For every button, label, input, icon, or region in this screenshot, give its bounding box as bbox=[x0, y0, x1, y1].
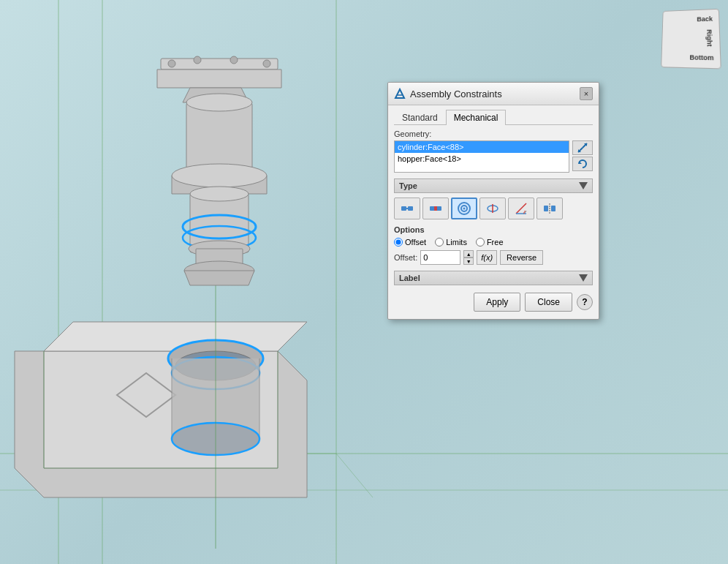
svg-line-51 bbox=[516, 203, 526, 214]
geometry-area: cylinder:Face<88> hopper:Face<18> bbox=[394, 140, 593, 173]
svg-rect-55 bbox=[544, 206, 548, 211]
tab-standard[interactable]: Standard bbox=[394, 110, 446, 125]
offset-up-button[interactable]: ▲ bbox=[463, 250, 474, 257]
svg-point-21 bbox=[194, 56, 201, 64]
svg-rect-18 bbox=[161, 59, 278, 69]
dialog-tabs: Standard Mechanical bbox=[394, 110, 593, 125]
svg-point-20 bbox=[263, 60, 270, 67]
assembly-constraints-dialog: Assembly Constraints × Standard Mechanic… bbox=[387, 82, 599, 320]
radio-free[interactable]: Free bbox=[476, 238, 504, 247]
svg-marker-37 bbox=[579, 182, 588, 189]
type-angle-button[interactable] bbox=[508, 198, 534, 219]
dialog-title: Assembly Constraints bbox=[410, 89, 502, 99]
undo-icon bbox=[577, 158, 588, 170]
insert-icon bbox=[485, 200, 501, 217]
offset-spinner: ▲ ▼ bbox=[463, 250, 474, 265]
flush-icon bbox=[428, 200, 444, 217]
type-buttons bbox=[394, 198, 593, 219]
symmetry-icon bbox=[542, 200, 558, 217]
action-buttons: Apply Close ? bbox=[394, 293, 593, 312]
angle-icon bbox=[513, 200, 529, 217]
svg-point-22 bbox=[230, 56, 238, 64]
3d-model bbox=[0, 0, 380, 564]
tab-mechanical[interactable]: Mechanical bbox=[446, 110, 507, 125]
select-icon bbox=[577, 142, 588, 154]
3d-viewport bbox=[0, 0, 728, 564]
type-mate-button[interactable] bbox=[394, 198, 420, 219]
geometry-label: Geometry: bbox=[394, 129, 593, 138]
help-button[interactable]: ? bbox=[577, 294, 593, 310]
apply-button[interactable]: Apply bbox=[474, 293, 520, 312]
label-collapse-icon bbox=[579, 274, 588, 282]
geometry-undo-button[interactable] bbox=[572, 157, 593, 171]
type-insert-button[interactable] bbox=[479, 198, 506, 219]
label-header[interactable]: Label bbox=[394, 271, 593, 285]
radio-offset[interactable]: Offset bbox=[394, 238, 426, 247]
radio-limits[interactable]: Limits bbox=[435, 238, 467, 247]
dialog-titlebar: Assembly Constraints × bbox=[388, 83, 599, 105]
reverse-button[interactable]: Reverse bbox=[500, 250, 543, 265]
svg-point-47 bbox=[463, 208, 466, 210]
type-flush-button[interactable] bbox=[422, 198, 449, 219]
type-axial-button[interactable] bbox=[451, 198, 477, 219]
nav-cube-right[interactable]: Right bbox=[705, 29, 713, 47]
geometry-item-0[interactable]: cylinder:Face<88> bbox=[395, 141, 569, 153]
svg-rect-56 bbox=[551, 206, 556, 211]
app-icon bbox=[394, 88, 406, 99]
svg-rect-38 bbox=[401, 206, 406, 211]
svg-marker-33 bbox=[395, 89, 404, 98]
type-symmetry-button[interactable] bbox=[536, 198, 563, 219]
svg-marker-58 bbox=[579, 274, 588, 282]
radio-row: Offset Limits Free bbox=[394, 238, 593, 247]
svg-point-27 bbox=[190, 187, 249, 201]
offset-row: Offset: ▲ ▼ f(x) Reverse bbox=[394, 250, 593, 265]
svg-rect-41 bbox=[430, 206, 435, 211]
type-header[interactable]: Type bbox=[394, 178, 593, 193]
offset-down-button[interactable]: ▼ bbox=[463, 257, 474, 265]
dialog-close-button[interactable]: × bbox=[580, 87, 593, 100]
options-header: Options bbox=[394, 225, 593, 234]
mate-icon bbox=[399, 200, 415, 217]
type-label: Type bbox=[399, 181, 417, 190]
nav-cube-back[interactable]: Back bbox=[697, 15, 713, 23]
svg-point-24 bbox=[186, 94, 252, 111]
offset-input[interactable] bbox=[420, 250, 460, 265]
dialog-body: Standard Mechanical Geometry: cylinder:F… bbox=[388, 105, 599, 319]
type-collapse-icon bbox=[579, 182, 588, 189]
close-button[interactable]: Close bbox=[525, 293, 572, 312]
svg-point-25 bbox=[172, 164, 267, 187]
geometry-select-button[interactable] bbox=[572, 140, 593, 155]
geometry-item-1[interactable]: hopper:Face<18> bbox=[395, 153, 569, 165]
geometry-buttons bbox=[572, 140, 593, 173]
label-section-text: Label bbox=[399, 274, 420, 282]
geometry-list: cylinder:Face<88> hopper:Face<18> bbox=[394, 140, 569, 173]
axial-icon bbox=[456, 200, 472, 217]
svg-rect-42 bbox=[436, 206, 441, 211]
offset-label: Offset: bbox=[394, 253, 417, 262]
nav-cube-bottom[interactable]: Bottom bbox=[689, 53, 713, 61]
svg-point-19 bbox=[168, 60, 175, 67]
nav-cube[interactable]: Back Right Bottom bbox=[661, 9, 719, 67]
fx-button[interactable]: f(x) bbox=[477, 250, 497, 265]
svg-rect-39 bbox=[408, 206, 413, 211]
